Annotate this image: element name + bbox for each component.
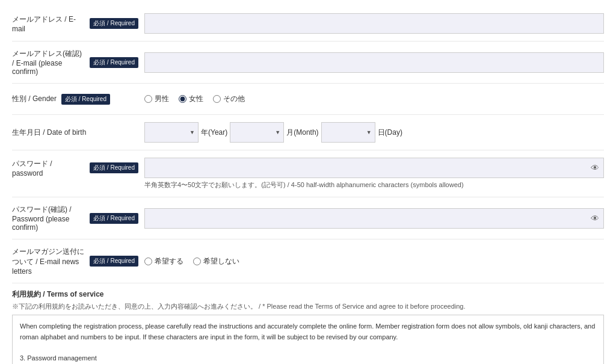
password-input[interactable] [144, 158, 604, 178]
gender-other-label: その他 [223, 94, 245, 104]
newsletter-yes-radio[interactable] [144, 258, 152, 265]
password-label: パスワード / password 必須 / Required [12, 159, 144, 177]
gender-female-radio[interactable] [179, 95, 186, 103]
email-confirm-required-badge: 必須 / Required [90, 57, 138, 68]
gender-female-label: 女性 [189, 94, 203, 104]
dob-input-area: 2024202320222021202020192018201720162015… [144, 122, 604, 143]
tos-subtitle: ※下記の利用規約をお読みいただき、同意の上、入力内容確認へお進みください。 / … [12, 302, 604, 311]
dob-day-wrap: 1234567891011121314151617181920212223242… [321, 122, 375, 143]
gender-required-badge: 必須 / Required [61, 94, 110, 105]
dob-month-wrap: 123456789101112 [230, 122, 284, 143]
password-confirm-label: パスワード(確認) / Password (please confirm) 必須… [12, 205, 144, 232]
password-input-area: 👁︎ [144, 158, 604, 178]
newsletter-yes-option[interactable]: 希望する [144, 256, 183, 267]
newsletter-no-radio[interactable] [193, 258, 201, 265]
gender-radio-group: 男性 女性 その他 [144, 94, 245, 104]
password-required-badge: 必須 / Required [90, 162, 138, 173]
tos-content-box[interactable]: When completing the registration process… [12, 315, 604, 364]
dob-day-select[interactable]: 1234567891011121314151617181920212223242… [321, 122, 375, 143]
newsletter-input-area: 希望する 希望しない [144, 256, 604, 267]
email-confirm-input[interactable] [144, 52, 604, 73]
email-required-badge: 必須 / Required [90, 18, 138, 29]
tos-title: 利用規約 / Terms of service [12, 289, 604, 300]
password-input-wrapper: 👁︎ [144, 158, 604, 178]
password-confirm-input[interactable] [144, 208, 604, 229]
dob-day-label: 日(Day) [378, 128, 402, 138]
email-confirm-input-area [144, 52, 604, 73]
dob-year-select[interactable]: 2024202320222021202020192018201720162015… [144, 122, 199, 143]
email-confirm-label: メールアドレス(確認) / E-mail (please confirm) 必須… [12, 49, 144, 76]
dob-month-label: 月(Month) [286, 128, 318, 138]
newsletter-yes-label: 希望する [155, 256, 183, 267]
gender-input-area: 男性 女性 その他 [144, 94, 604, 104]
password-eye-icon[interactable]: 👁︎ [591, 163, 599, 173]
password-confirm-input-wrapper: 👁︎ [144, 208, 604, 229]
dob-year-label: 年(Year) [201, 128, 227, 138]
dob-month-select[interactable]: 123456789101112 [230, 122, 284, 143]
gender-other-option[interactable]: その他 [213, 94, 245, 104]
dob-label: 生年月日 / Date of birth [12, 128, 144, 138]
gender-male-radio[interactable] [144, 95, 152, 103]
email-input[interactable] [144, 13, 604, 34]
password-hint: 半角英数字4〜50文字でお願いします。(記号可) / 4-50 half-wid… [144, 180, 604, 190]
gender-other-radio[interactable] [213, 95, 221, 103]
password-confirm-input-area: 👁︎ [144, 208, 604, 229]
email-input-area [144, 13, 604, 34]
email-label: メールアドレス / E-mail 必須 / Required [12, 14, 144, 33]
dob-group: 2024202320222021202020192018201720162015… [144, 122, 402, 143]
newsletter-radio-group: 希望する 希望しない [144, 256, 239, 267]
password-confirm-required-badge: 必須 / Required [90, 213, 138, 224]
dob-year-wrap: 2024202320222021202020192018201720162015… [144, 122, 199, 143]
gender-female-option[interactable]: 女性 [179, 94, 203, 104]
gender-male-option[interactable]: 男性 [144, 94, 169, 104]
gender-label: 性別 / Gender 必須 / Required [12, 94, 144, 105]
newsletter-label: メールマガジン送付について / E-mail news letters 必須 /… [12, 247, 144, 276]
password-confirm-eye-icon[interactable]: 👁︎ [591, 214, 599, 223]
newsletter-no-label: 希望しない [203, 256, 239, 267]
newsletter-no-option[interactable]: 希望しない [193, 256, 239, 267]
tos-section: 利用規約 / Terms of service ※下記の利用規約をお読みいただき… [12, 283, 604, 364]
newsletter-required-badge: 必須 / Required [90, 256, 138, 267]
gender-male-label: 男性 [155, 94, 169, 104]
